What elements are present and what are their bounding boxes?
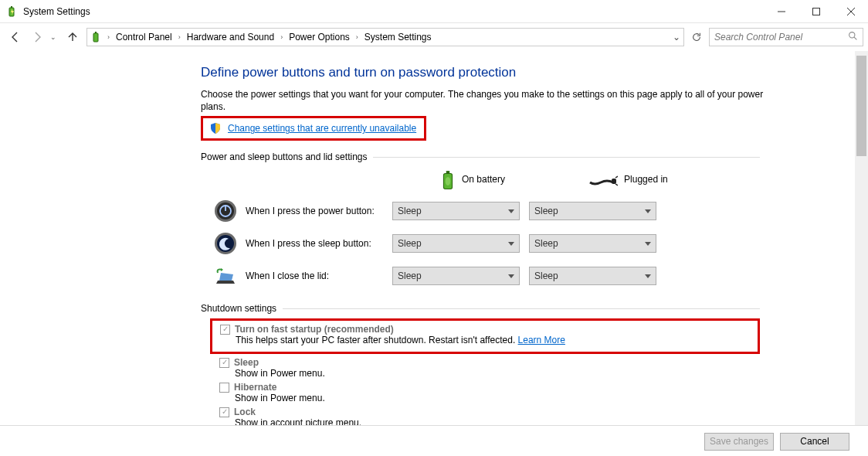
opt-desc-fast: This helps start your PC faster after sh… xyxy=(220,335,750,345)
titlebar: System Settings xyxy=(0,0,868,23)
row-lid: When I close the lid: Sleep Sleep xyxy=(201,260,868,292)
battery-app-icon xyxy=(6,5,19,18)
sleep-button-icon xyxy=(213,231,238,256)
opt-desc-sleep: Show in Power menu. xyxy=(219,368,752,379)
search-box[interactable] xyxy=(709,28,863,46)
shield-icon xyxy=(209,122,222,134)
scrollbar[interactable] xyxy=(855,51,868,425)
chevron-right-icon: › xyxy=(353,33,361,41)
admin-link-highlight: Change settings that are currently unava… xyxy=(201,116,426,141)
select-power-battery[interactable]: Sleep xyxy=(392,202,520,220)
checkbox-fast-startup[interactable] xyxy=(220,325,230,335)
group-label-shutdown: Shutdown settings xyxy=(201,303,868,314)
scrollbar-thumb[interactable] xyxy=(856,56,866,156)
breadcrumb-item[interactable]: Hardware and Sound xyxy=(185,32,276,43)
learn-more-link[interactable]: Learn More xyxy=(518,335,565,345)
svg-point-8 xyxy=(849,32,855,38)
opt-label-fast: Turn on fast startup (recommended) xyxy=(235,324,394,335)
opt-desc-hib: Show in Power menu. xyxy=(219,393,752,403)
minimize-button[interactable] xyxy=(764,0,798,23)
up-button[interactable] xyxy=(63,28,82,46)
svg-rect-11 xyxy=(446,171,449,173)
select-lid-plugged[interactable]: Sleep xyxy=(529,267,656,285)
search-icon xyxy=(848,31,858,43)
checkbox-lock[interactable] xyxy=(219,407,229,417)
row-label: When I press the sleep button: xyxy=(246,238,392,249)
select-lid-battery[interactable]: Sleep xyxy=(392,267,520,285)
svg-rect-7 xyxy=(95,32,97,33)
window-title: System Settings xyxy=(23,6,764,17)
save-button[interactable]: Save changes xyxy=(704,433,774,451)
change-unavailable-link[interactable]: Change settings that are currently unava… xyxy=(228,123,416,134)
svg-line-15 xyxy=(615,184,618,185)
breadcrumb-item[interactable]: System Settings xyxy=(363,32,433,43)
checkbox-hibernate[interactable] xyxy=(219,383,229,393)
chevron-right-icon: › xyxy=(104,33,113,41)
breadcrumb-item[interactable]: Power Options xyxy=(287,32,351,43)
breadcrumb-item[interactable]: Control Panel xyxy=(114,32,174,43)
history-dropdown[interactable]: ⌄ xyxy=(50,33,56,41)
row-sleep-button: When I press the sleep button: Sleep Sle… xyxy=(201,227,868,260)
navbar: ⌄ › Control Panel › Hardware and Sound ›… xyxy=(0,23,868,51)
opt-label-hib: Hibernate xyxy=(234,382,276,393)
power-button-icon xyxy=(213,199,238,223)
page-heading: Define power buttons and turn on passwor… xyxy=(201,65,868,80)
svg-line-14 xyxy=(615,176,618,178)
close-button[interactable] xyxy=(833,0,868,23)
search-input[interactable] xyxy=(714,32,848,43)
window-controls xyxy=(764,0,868,23)
chevron-right-icon: › xyxy=(277,33,286,41)
opt-label-sleep: Sleep xyxy=(234,357,259,368)
back-button[interactable] xyxy=(6,28,25,46)
battery-icon xyxy=(440,170,456,189)
chevron-right-icon: › xyxy=(175,33,184,41)
svg-rect-13 xyxy=(612,179,616,184)
content-area: Define power buttons and turn on passwor… xyxy=(0,51,868,425)
svg-rect-3 xyxy=(812,8,819,15)
group-label-power-sleep: Power and sleep buttons and lid settings xyxy=(201,151,868,162)
checkbox-sleep[interactable] xyxy=(219,358,229,368)
opt-desc-lock: Show in account picture menu. xyxy=(219,417,752,425)
col-header-battery: On battery xyxy=(462,174,505,185)
maximize-button[interactable] xyxy=(798,0,833,23)
address-bar[interactable]: › Control Panel › Hardware and Sound › P… xyxy=(86,28,684,46)
refresh-button[interactable] xyxy=(687,28,706,46)
chevron-down-icon[interactable]: ⌄ xyxy=(673,32,680,43)
cancel-button[interactable]: Cancel xyxy=(780,433,849,451)
fast-startup-highlight: Turn on fast startup (recommended) This … xyxy=(210,318,760,354)
col-header-plugged: Plugged in xyxy=(624,174,668,185)
laptop-lid-icon xyxy=(213,264,238,288)
select-sleep-battery[interactable]: Sleep xyxy=(392,234,520,253)
svg-line-9 xyxy=(854,37,856,39)
opt-label-lock: Lock xyxy=(234,407,256,417)
battery-app-icon xyxy=(90,31,103,43)
row-label: When I press the power button: xyxy=(246,206,392,216)
select-sleep-plugged[interactable]: Sleep xyxy=(529,234,656,253)
svg-rect-6 xyxy=(93,33,98,42)
svg-point-12 xyxy=(446,177,451,185)
row-power-button: When I press the power button: Sleep Sle… xyxy=(201,195,868,227)
svg-rect-1 xyxy=(11,6,12,8)
select-power-plugged[interactable]: Sleep xyxy=(529,202,656,220)
column-headers: On battery Plugged in xyxy=(201,170,868,189)
plug-icon xyxy=(588,172,618,187)
forward-button[interactable] xyxy=(28,28,46,46)
page-subtext: Choose the power settings that you want … xyxy=(201,88,765,113)
footer: Save changes Cancel xyxy=(0,426,868,456)
row-label: When I close the lid: xyxy=(246,271,392,281)
